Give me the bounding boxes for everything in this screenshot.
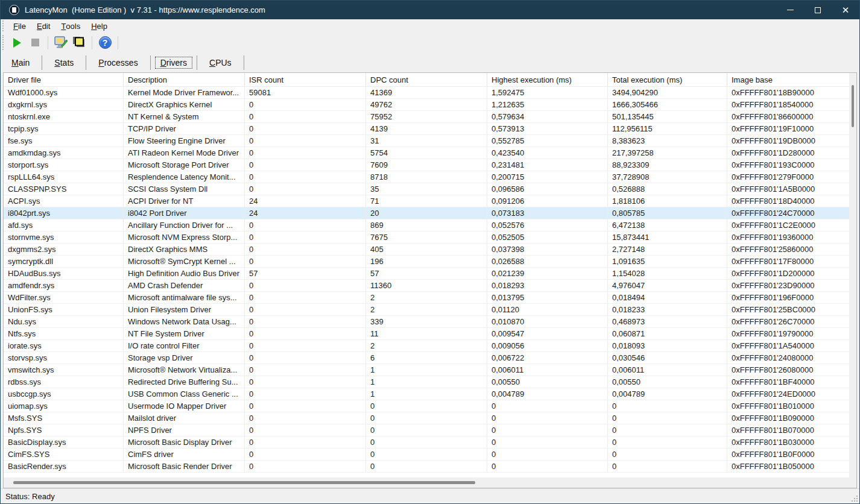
table-cell: 0 (245, 171, 366, 183)
table-cell: 6,472138 (608, 219, 727, 232)
menu-item-edit[interactable]: Edit (31, 19, 55, 33)
table-cell: 196 (366, 256, 487, 268)
maximize-button[interactable] (804, 1, 832, 19)
start-monitor-button[interactable] (8, 34, 26, 51)
toolbar-separator (118, 36, 118, 49)
horizontal-scrollbar[interactable] (4, 477, 856, 488)
table-row-CLASSPNP.SYS[interactable]: CLASSPNP.SYSSCSI Class System Dll0350,09… (4, 183, 856, 195)
table-row-stornvme.sys[interactable]: stornvme.sysMicrosoft NVM Express Storp.… (4, 232, 856, 244)
table-cell: dxgkrnl.sys (4, 99, 124, 111)
table-row-fse.sys[interactable]: fse.sysFlow Steering Engine Driver0310,5… (4, 135, 856, 147)
table-row-Npfs.SYS[interactable]: Npfs.SYSNPFS Driver00000xFFFFF801'1B0700… (4, 424, 856, 436)
report-button[interactable] (70, 34, 88, 51)
table-row-storvsp.sys[interactable]: storvsp.sysStorage vsp Driver060,0067220… (4, 352, 856, 364)
table-cell: uiomap.sys (4, 400, 124, 412)
table-row-Msfs.SYS[interactable]: Msfs.SYSMailslot driver00000xFFFFF801'1B… (4, 412, 856, 424)
drivers-table: Driver fileDescriptionISR countDPC count… (3, 72, 857, 488)
table-cell: 0,052576 (487, 219, 608, 232)
vertical-scrollbar-thumb[interactable] (852, 85, 854, 127)
column-header-description[interactable]: Description (124, 73, 245, 87)
table-row-rspLLL64.sys[interactable]: rspLLL64.sysResplendence Latency Monit..… (4, 171, 856, 183)
table-cell: 49762 (366, 99, 487, 111)
column-header-total-execution-ms-[interactable]: Total execution (ms) (608, 73, 727, 87)
tab-processes[interactable]: Processes (89, 55, 147, 71)
table-row-Ntfs.sys[interactable]: Ntfs.sysNT File System Driver0110,009547… (4, 328, 856, 340)
table-cell: amdkmdag.sys (4, 147, 124, 159)
table-cell: 20 (366, 207, 487, 219)
table-row-storport.sys[interactable]: storport.sysMicrosoft Storage Port Drive… (4, 159, 856, 171)
tab-main[interactable]: Main (2, 55, 39, 71)
table-row-CimFS.SYS[interactable]: CimFS.SYSCimFS driver00000xFFFFF801'1B0F… (4, 449, 856, 461)
menu-item-file[interactable]: File (8, 19, 31, 33)
menu-item-tools[interactable]: Tools (55, 19, 86, 33)
column-header-driver-file[interactable]: Driver file (4, 73, 124, 87)
column-header-dpc-count[interactable]: DPC count (366, 73, 487, 87)
minimize-icon (787, 10, 794, 10)
table-cell: 0 (608, 461, 727, 473)
table-row-vmswitch.sys[interactable]: vmswitch.sysMicrosoft® Network Virtualiz… (4, 364, 856, 376)
vertical-scrollbar[interactable] (849, 73, 856, 477)
table-cell: Kernel Mode Driver Framewor... (124, 87, 245, 99)
table-cell: stornvme.sys (4, 232, 124, 244)
table-row-dxgmms2.sys[interactable]: dxgmms2.sysDirectX Graphics MMS04050,037… (4, 244, 856, 256)
table-cell: 0,018093 (608, 340, 727, 352)
close-icon: ✕ (842, 5, 850, 14)
table-row-symcryptk.dll[interactable]: symcryptk.dllMicrosoft® SymCrypt Kernel … (4, 256, 856, 268)
question-icon: ? (99, 36, 112, 49)
table-cell: 0xFFFFF801'19DB0000 (727, 135, 856, 147)
column-header-highest-execution-ms-[interactable]: Highest execution (ms) (487, 73, 608, 87)
stop-monitor-button[interactable] (26, 34, 44, 51)
minimize-button[interactable] (776, 1, 804, 19)
table-row-dxgkrnl.sys[interactable]: dxgkrnl.sysDirectX Graphics Kernel049762… (4, 99, 856, 111)
table-cell: 0xFFFFF801'18B90000 (727, 87, 856, 99)
table-row-amdfendr.sys[interactable]: amdfendr.sysAMD Crash Defender0113600,01… (4, 280, 856, 292)
table-row-usbccgp.sys[interactable]: usbccgp.sysUSB Common Class Generic ...0… (4, 388, 856, 400)
table-row-ntoskrnl.exe[interactable]: ntoskrnl.exeNT Kernel & System0759520,57… (4, 111, 856, 123)
table-cell: Ancillary Function Driver for ... (124, 219, 245, 232)
table-cell: 0 (608, 400, 727, 412)
table-cell: 0xFFFFF801'279F0000 (727, 171, 856, 183)
table-row-BasicRender.sys[interactable]: BasicRender.sysMicrosoft Basic Render Dr… (4, 461, 856, 473)
status-text: Status: Ready (5, 492, 55, 501)
close-button[interactable]: ✕ (832, 1, 859, 19)
tab-stats[interactable]: Stats (45, 55, 83, 71)
table-cell: 0 (245, 328, 366, 340)
table-row-BasicDisplay.sys[interactable]: BasicDisplay.sysMicrosoft Basic Display … (4, 436, 856, 449)
table-row-uiomap.sys[interactable]: uiomap.sysUsermode IO Mapper Driver00000… (4, 400, 856, 412)
table-cell: 0,018293 (487, 280, 608, 292)
table-row-i8042prt.sys[interactable]: i8042prt.sysi8042 Port Driver24200,07318… (4, 207, 856, 219)
table-cell: 0 (608, 436, 727, 449)
table-row-Wdf01000.sys[interactable]: Wdf01000.sysKernel Mode Driver Framewor.… (4, 87, 856, 99)
table-cell: 57 (245, 268, 366, 280)
table-cell: 4,976047 (608, 280, 727, 292)
options-button[interactable] (52, 34, 70, 51)
table-row-amdkmdag.sys[interactable]: amdkmdag.sysATI Radeon Kernel Mode Drive… (4, 147, 856, 159)
horizontal-scrollbar-thumb[interactable] (13, 481, 475, 484)
window-title: LatencyMon (Home Edition ) v 7.31 - http… (25, 5, 776, 14)
toolbar-separator (92, 36, 92, 49)
menu-item-help[interactable]: Help (86, 19, 113, 33)
table-cell: UnionFS.sys (4, 304, 124, 316)
table-cell: 0xFFFFF801'1B090000 (727, 412, 856, 424)
toolbar-gripper[interactable] (2, 35, 5, 51)
table-cell: Microsoft Storage Port Driver (124, 159, 245, 171)
table-row-rdbss.sys[interactable]: rdbss.sysRedirected Drive Buffering Su..… (4, 376, 856, 388)
column-header-image-base[interactable]: Image base (727, 73, 856, 87)
table-cell: BasicDisplay.sys (4, 436, 124, 449)
tab-cpus[interactable]: CPUs (200, 55, 241, 71)
table-row-tcpip.sys[interactable]: tcpip.sysTCP/IP Driver041390,573913112,9… (4, 123, 856, 135)
table-row-ACPI.sys[interactable]: ACPI.sysACPI Driver for NT24710,0912061,… (4, 195, 856, 207)
table-row-WdFilter.sys[interactable]: WdFilter.sysMicrosoft antimalware file s… (4, 292, 856, 304)
table-row-iorate.sys[interactable]: iorate.sysI/O rate control Filter020,009… (4, 340, 856, 352)
tab-drivers[interactable]: Drivers (153, 55, 194, 71)
table-row-HDAudBus.sys[interactable]: HDAudBus.sysHigh Definition Audio Bus Dr… (4, 268, 856, 280)
table-cell: 0 (487, 461, 608, 473)
help-button[interactable]: ? (96, 34, 114, 51)
table-cell: 0,030546 (608, 352, 727, 364)
table-row-Ndu.sys[interactable]: Ndu.sysWindows Network Data Usag...03390… (4, 316, 856, 328)
resize-grip-icon[interactable] (852, 496, 858, 502)
table-row-UnionFS.sys[interactable]: UnionFS.sysUnion Filesystem Driver020,01… (4, 304, 856, 316)
menubar-gripper[interactable] (2, 20, 5, 31)
column-header-isr-count[interactable]: ISR count (245, 73, 366, 87)
table-row-afd.sys[interactable]: afd.sysAncillary Function Driver for ...… (4, 219, 856, 232)
